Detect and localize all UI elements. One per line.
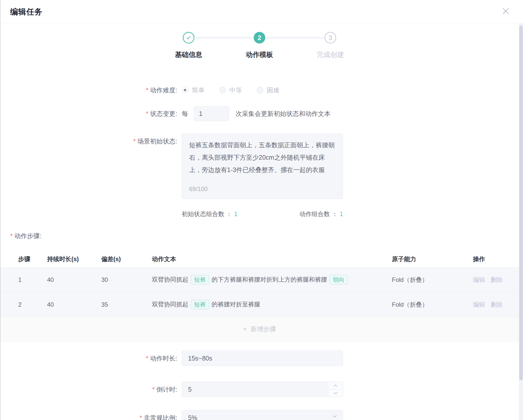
cell-action-text: 双臂协同抓起短裤的裤腰对折至裤腿 — [152, 300, 260, 309]
header-action-text: 动作文本 — [152, 255, 176, 263]
action-text-segment: 双臂协同抓起 — [152, 301, 188, 308]
stepper-increase-button[interactable] — [328, 382, 343, 390]
radio-dot-icon — [257, 87, 263, 93]
action-text-segment: 的下方裤腿和裤腰对折到上方的裤腿和裤腰 — [212, 276, 327, 283]
unusual-ratio-label: 非常规比例: — [0, 414, 177, 420]
plus-icon: + — [243, 325, 247, 333]
char-counter: 69/100 — [189, 183, 208, 195]
stepper-decrease-button[interactable] — [328, 390, 343, 397]
radio-label: 中等 — [229, 86, 242, 94]
action-steps-table: 步骤 持续时长(s) 偏差(s) 动作文本 原子能力 操作 1 40 30 双臂… — [0, 251, 519, 341]
cell-offset: 30 — [101, 276, 108, 283]
action-combo-item: 动作组合数 ： 1 — [299, 210, 343, 218]
number-stepper — [328, 382, 343, 397]
action-combo-label: 动作组合数 ： — [299, 210, 338, 218]
scrollbar-track[interactable] — [519, 24, 523, 420]
add-step-button[interactable]: + 新增步骤 — [0, 317, 519, 341]
state-change-label: 状态变更: — [0, 110, 177, 118]
radio-difficulty-hard[interactable]: 困难 — [257, 86, 279, 94]
radio-difficulty-medium[interactable]: 中等 — [219, 86, 242, 94]
difficulty-label: 动作难度: — [0, 86, 177, 94]
edit-button[interactable]: 编辑 — [473, 301, 485, 309]
dialog-header: 编辑任务 — [0, 0, 523, 23]
action-text-segment: 的裤腰对折至裤腿 — [212, 301, 260, 308]
delete-button[interactable]: 删除 — [491, 301, 503, 309]
chevron-up-icon — [334, 384, 338, 388]
unusual-ratio-row: 非常规比例: 5% — [0, 410, 519, 420]
scrollbar-thumb[interactable] — [519, 26, 523, 380]
step-active-circle: 2 — [254, 32, 265, 44]
wizard-step-basic-info: 基础信息 — [153, 32, 224, 59]
header-step: 步骤 — [18, 255, 30, 263]
header-actions: 操作 — [473, 255, 485, 263]
step-pending-circle: 3 — [325, 32, 336, 44]
state-change-suffix: 次采集会更新初始状态和动作文本 — [236, 110, 331, 118]
cell-duration: 40 — [47, 276, 54, 283]
radio-label: 困难 — [267, 86, 279, 94]
cell-step: 1 — [18, 276, 22, 283]
countdown-row: 倒计时: 5 — [0, 382, 519, 397]
cell-step: 2 — [18, 301, 22, 308]
cell-duration: 40 — [47, 301, 54, 308]
scene-initial-textarea[interactable]: 短裤五条数据背面朝上，五条数据正面朝上，裤腰朝右，离头部视野下方至少20cm之外… — [182, 134, 343, 199]
object-tag: 短裤 — [191, 275, 209, 285]
chevron-down-icon — [333, 414, 337, 418]
radio-dot-icon — [182, 87, 188, 93]
close-button[interactable] — [500, 6, 511, 17]
countdown-input[interactable]: 5 — [182, 382, 343, 397]
step-label: 完成创建 — [295, 50, 366, 59]
dialog-body: 基础信息 2 动作模板 3 完成创建 动作难度: 简单 中等 困难 — [0, 24, 519, 420]
wizard-step-finish: 3 完成创建 — [295, 32, 366, 59]
table-header-row: 步骤 持续时长(s) 偏差(s) 动作文本 原子能力 操作 — [0, 251, 519, 267]
add-step-label: 新增步骤 — [251, 325, 276, 333]
initial-combo-item: 初始状态组合数 ： 1 — [182, 210, 237, 218]
check-icon — [186, 35, 192, 41]
action-text-segment: 双臂协同抓起 — [152, 276, 188, 283]
action-steps-section-label: 动作步骤: — [10, 232, 42, 240]
initial-combo-label: 初始状态组合数 ： — [182, 210, 232, 218]
scene-initial-row: 场景初始状态: 短裤五条数据背面朝上，五条数据正面朝上，裤腰朝右，离头部视野下方… — [0, 134, 519, 199]
dialog-title: 编辑任务 — [10, 7, 43, 17]
step-label: 基础信息 — [153, 50, 224, 59]
table-row: 2 40 35 双臂协同抓起短裤的裤腰对折至裤腿 Fold（折叠） 编辑 删除 — [0, 292, 519, 317]
scene-initial-text: 短裤五条数据背面朝上，五条数据正面朝上，裤腰朝右，离头部视野下方至少20cm之外… — [189, 141, 335, 173]
step-done-circle — [183, 32, 194, 44]
state-change-input[interactable]: 1 — [194, 106, 229, 121]
cell-action-text: 双臂协同抓起短裤的下方裤腿和裤腰对折到上方的裤腿和裤腰朝向 — [152, 275, 350, 285]
state-change-row: 状态变更: 每 1 次采集会更新初始状态和动作文本 — [0, 106, 519, 121]
table-row: 1 40 30 双臂协同抓起短裤的下方裤腿和裤腰对折到上方的裤腿和裤腰朝向 Fo… — [0, 267, 519, 292]
action-duration-input[interactable]: 15s~80s — [182, 351, 343, 366]
state-change-prefix: 每 — [182, 110, 188, 118]
scene-initial-label: 场景初始状态: — [0, 134, 177, 145]
modal-edge — [0, 0, 1, 420]
difficulty-row: 动作难度: 简单 中等 困难 — [0, 84, 519, 96]
orientation-tag: 朝向 — [330, 275, 348, 285]
initial-combo-value: 1 — [234, 211, 237, 218]
header-offset: 偏差(s) — [101, 255, 121, 263]
radio-dot-icon — [219, 87, 226, 93]
delete-button[interactable]: 删除 — [491, 276, 503, 284]
cell-ability: Fold（折叠） — [392, 276, 428, 284]
action-combo-value: 1 — [340, 211, 343, 218]
countdown-value: 5 — [188, 386, 192, 393]
object-tag: 短裤 — [191, 300, 209, 309]
unusual-ratio-select[interactable]: 5% — [182, 410, 343, 420]
cell-ability: Fold（折叠） — [392, 301, 428, 309]
wizard-step-action-template: 2 动作模板 — [224, 32, 295, 59]
step-label: 动作模板 — [224, 50, 295, 59]
radio-difficulty-easy[interactable]: 简单 — [182, 86, 205, 94]
step-wizard: 基础信息 2 动作模板 3 完成创建 — [153, 32, 366, 72]
unusual-ratio-value: 5% — [188, 414, 197, 420]
cell-offset: 35 — [101, 301, 108, 308]
header-duration: 持续时长(s) — [47, 255, 79, 263]
edit-button[interactable]: 编辑 — [473, 276, 485, 284]
combination-counts-row: 初始状态组合数 ： 1 动作组合数 ： 1 — [182, 209, 343, 219]
action-duration-row: 动作时长: 15s~80s — [0, 351, 519, 366]
countdown-label: 倒计时: — [0, 385, 177, 394]
header-ability: 原子能力 — [392, 255, 416, 263]
action-duration-label: 动作时长: — [0, 354, 177, 363]
close-icon — [501, 7, 510, 16]
chevron-down-icon — [334, 390, 338, 394]
edit-task-dialog: { "dialog": { "title": "编辑任务" }, "wizard… — [0, 0, 523, 420]
radio-label: 简单 — [192, 86, 205, 94]
